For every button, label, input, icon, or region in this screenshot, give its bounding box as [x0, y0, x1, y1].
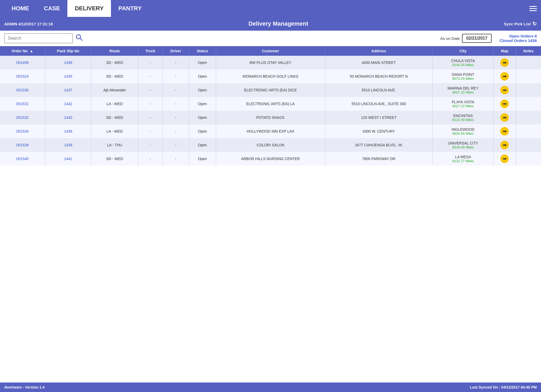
cell-order-no[interactable]: 001534 — [0, 124, 45, 138]
cell-status: Open — [189, 97, 216, 111]
col-truck: Truck — [138, 46, 163, 56]
cell-route: LA - WED — [91, 97, 138, 111]
cell-city: UNIVERSAL CITY9018.45 Miles — [433, 138, 494, 152]
cell-map[interactable]: ➡ — [493, 111, 516, 124]
map-button[interactable]: ➡ — [500, 86, 509, 94]
map-button[interactable]: ➡ — [500, 141, 509, 149]
cell-driver: - — [163, 56, 189, 69]
cell-order-no[interactable]: 001532 — [0, 111, 45, 124]
toolbar: As on Date 02/21/2017 Open Orders 8 Clos… — [0, 31, 541, 46]
cell-truck: - — [138, 152, 163, 166]
map-button[interactable]: ➡ — [500, 100, 509, 108]
nav-case[interactable]: CASE — [36, 0, 67, 17]
cell-pack-slip[interactable]: 1438 — [45, 138, 91, 152]
cell-city: LA MESA9132.77 Miles — [433, 152, 494, 166]
cell-map[interactable]: ➡ — [493, 56, 516, 69]
col-order-no[interactable]: Order No ▲ — [0, 46, 45, 56]
cell-city: DANA POINT9073.25 Miles — [433, 69, 494, 83]
cell-customer: ARBOR HILLS NURSING CENTER — [216, 152, 325, 166]
map-button[interactable]: ➡ — [500, 113, 509, 122]
cell-driver: - — [163, 111, 189, 124]
col-map: Map — [493, 46, 516, 56]
map-button[interactable]: ➡ — [500, 127, 509, 136]
cell-customer: BW PLUS OTAY VALLEY — [216, 56, 325, 69]
map-button[interactable]: ➡ — [500, 58, 509, 67]
table-row: 001530 1437 Ajit Alexander - - Open ELEC… — [0, 83, 541, 97]
table-header-row: Order No ▲ Pack Slip No Route Truck Driv… — [0, 46, 541, 56]
col-address: Address — [325, 46, 432, 56]
cell-customer: HOLLYWOOD INN EXP LAX — [216, 124, 325, 138]
cell-order-no[interactable]: 001499 — [0, 56, 45, 69]
cell-map[interactable]: ➡ — [493, 97, 516, 111]
cell-notes — [516, 69, 541, 83]
col-driver: Driver — [163, 46, 189, 56]
cell-status: Open — [189, 83, 216, 97]
cell-truck: - — [138, 111, 163, 124]
cell-map[interactable]: ➡ — [493, 69, 516, 83]
cell-map[interactable]: ➡ — [493, 152, 516, 166]
cell-map[interactable]: ➡ — [493, 83, 516, 97]
cell-driver: - — [163, 124, 189, 138]
cell-notes — [516, 56, 541, 69]
cell-customer: POTATO SHACK — [216, 111, 325, 124]
cell-pack-slip[interactable]: 1435 — [45, 69, 91, 83]
page-title: Delivery Management — [53, 20, 504, 27]
nav-delivery[interactable]: DELIVERY — [67, 0, 111, 17]
cell-notes — [516, 111, 541, 124]
cell-order-no[interactable]: 001539 — [0, 138, 45, 152]
search-button[interactable] — [76, 34, 83, 43]
cell-driver: - — [163, 97, 189, 111]
cell-city: PLAYA VISTA9027.22 Miles — [433, 97, 494, 111]
cell-notes — [516, 83, 541, 97]
cell-pack-slip[interactable]: 1436 — [45, 56, 91, 69]
cell-notes — [516, 124, 541, 138]
cell-truck: - — [138, 124, 163, 138]
col-city: City — [433, 46, 494, 56]
col-notes: Notes — [516, 46, 541, 56]
cell-route: LA - WED — [91, 124, 138, 138]
nav-bar: HOME CASE DELIVERY PANTRY — [0, 0, 541, 17]
map-button[interactable]: ➡ — [500, 72, 509, 81]
cell-status: Open — [189, 111, 216, 124]
cell-order-no[interactable]: 001524 — [0, 69, 45, 83]
sync-button[interactable]: Sync Pick List ↻ — [504, 21, 537, 27]
cell-driver: - — [163, 152, 189, 166]
nav-pantry[interactable]: PANTRY — [111, 0, 149, 17]
closed-orders-label: Closed Orders 1426 — [500, 38, 537, 43]
col-route: Route — [91, 46, 138, 56]
cell-truck: - — [138, 83, 163, 97]
cell-route: Ajit Alexander — [91, 83, 138, 97]
col-pack-slip: Pack Slip No — [45, 46, 91, 56]
table-row: 001499 1436 SD - WED - - Open BW PLUS OT… — [0, 56, 541, 69]
delivery-table: Order No ▲ Pack Slip No Route Truck Driv… — [0, 46, 541, 166]
cell-driver: - — [163, 69, 189, 83]
search-input[interactable] — [4, 33, 73, 43]
cell-driver: - — [163, 83, 189, 97]
cell-pack-slip[interactable]: 1442 — [45, 97, 91, 111]
sync-label: Sync Pick List — [504, 22, 531, 26]
cell-order-no[interactable]: 001531 — [0, 97, 45, 111]
cell-truck: - — [138, 69, 163, 83]
cell-pack-slip[interactable]: 1440 — [45, 111, 91, 124]
hamburger-menu[interactable] — [529, 6, 537, 11]
cell-address: 3477 CAHUENGA BLVD., W. — [325, 138, 432, 152]
map-button[interactable]: ➡ — [500, 155, 509, 163]
cell-address: 50 MONARCH BEACH RESORT N — [325, 69, 432, 83]
cell-status: Open — [189, 69, 216, 83]
cell-map[interactable]: ➡ — [493, 138, 516, 152]
cell-pack-slip[interactable]: 1441 — [45, 152, 91, 166]
cell-order-no[interactable]: 001530 — [0, 83, 45, 97]
cell-pack-slip[interactable]: 1439 — [45, 124, 91, 138]
cell-customer: COLORI SALON — [216, 138, 325, 152]
cell-city: CHULA VISTA9144.35 Miles — [433, 56, 494, 69]
open-orders-label: Open Orders 8 — [509, 34, 537, 38]
cell-notes — [516, 97, 541, 111]
table-row: 001534 1439 LA - WED - - Open HOLLYWOOD … — [0, 124, 541, 138]
cell-route: LA - THU — [91, 138, 138, 152]
cell-customer: ELECTRONIC ARTS (EA) LA — [216, 97, 325, 111]
cell-order-no[interactable]: 001540 — [0, 152, 45, 166]
cell-map[interactable]: ➡ — [493, 124, 516, 138]
cell-status: Open — [189, 138, 216, 152]
cell-pack-slip[interactable]: 1437 — [45, 83, 91, 97]
nav-home[interactable]: HOME — [4, 0, 36, 17]
